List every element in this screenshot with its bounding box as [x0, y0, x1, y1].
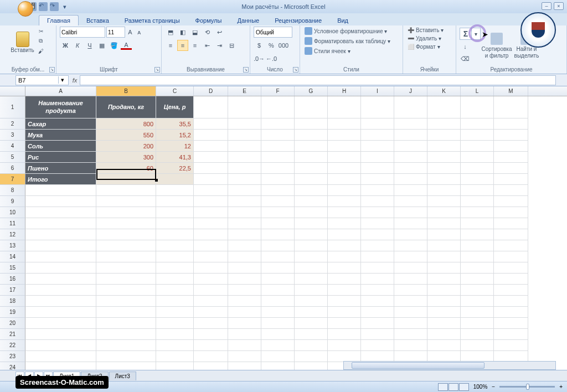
cell[interactable] [156, 185, 194, 196]
font-color-button[interactable]: A [121, 40, 132, 51]
cell[interactable] [427, 307, 461, 318]
cell[interactable] [25, 285, 96, 296]
cell[interactable] [427, 274, 461, 285]
cell[interactable] [194, 152, 228, 163]
borders-button[interactable]: ▦ [96, 40, 107, 51]
cell[interactable] [156, 174, 194, 185]
cell[interactable] [394, 163, 427, 174]
row-header[interactable]: 11 [0, 218, 25, 229]
cell[interactable]: Сахар [25, 118, 96, 130]
cell[interactable] [228, 196, 261, 207]
cell[interactable] [461, 329, 494, 340]
cell[interactable] [328, 196, 361, 207]
cell[interactable] [261, 285, 295, 296]
row-header[interactable]: 2 [0, 118, 25, 130]
cell[interactable]: Соль [25, 141, 96, 152]
cell[interactable] [461, 285, 494, 296]
currency-button[interactable]: $ [254, 40, 265, 51]
sort-filter-button[interactable]: Сортировка и фильтр [483, 33, 511, 59]
page-break-view-button[interactable] [459, 383, 469, 391]
cell[interactable] [261, 163, 295, 174]
cell[interactable] [427, 262, 461, 274]
cell[interactable] [361, 351, 394, 362]
col-header-J[interactable]: J [394, 86, 427, 96]
format-painter-button[interactable]: 🖌 [36, 47, 46, 55]
cell[interactable] [361, 307, 394, 318]
cell[interactable]: Пшено [25, 163, 96, 174]
cell[interactable] [361, 285, 394, 296]
cell[interactable] [228, 229, 261, 240]
row-header[interactable]: 6 [0, 163, 25, 174]
cell[interactable] [295, 296, 328, 307]
cell[interactable] [295, 152, 328, 163]
select-all-button[interactable] [0, 86, 25, 96]
cell[interactable]: 15,2 [156, 130, 194, 141]
cell[interactable] [295, 185, 328, 196]
fx-icon[interactable]: fx [70, 77, 80, 84]
cell[interactable] [25, 218, 96, 229]
cell[interactable] [494, 152, 528, 163]
cell[interactable] [394, 118, 427, 130]
cell[interactable] [427, 285, 461, 296]
cell[interactable] [361, 196, 394, 207]
tab-insert[interactable]: Вставка [79, 16, 117, 25]
name-box[interactable]: B7 ▾ [16, 75, 69, 85]
cell[interactable]: 800 [96, 118, 156, 130]
cell[interactable] [394, 240, 427, 251]
orientation-button[interactable]: ⟲ [202, 27, 213, 38]
cell[interactable] [394, 329, 427, 340]
cell[interactable] [228, 262, 261, 274]
cell[interactable] [394, 96, 427, 118]
cell[interactable] [96, 340, 156, 351]
cell[interactable] [427, 329, 461, 340]
cell[interactable] [96, 174, 156, 185]
cell[interactable] [228, 96, 261, 118]
cell[interactable] [96, 185, 156, 196]
cell[interactable] [96, 196, 156, 207]
cell[interactable] [461, 163, 494, 174]
cell[interactable] [25, 351, 96, 362]
cell[interactable]: 200 [96, 141, 156, 152]
cell[interactable]: 300 [96, 152, 156, 163]
cell[interactable] [96, 351, 156, 362]
cell[interactable] [494, 130, 528, 141]
cell[interactable] [261, 96, 295, 118]
align-bottom-button[interactable]: ⬓ [189, 27, 200, 38]
cell[interactable] [96, 262, 156, 274]
cell[interactable] [25, 329, 96, 340]
cell[interactable] [427, 351, 461, 362]
cell[interactable] [328, 340, 361, 351]
cell[interactable] [361, 218, 394, 229]
cell[interactable] [394, 251, 427, 262]
cell[interactable] [228, 152, 261, 163]
cell[interactable] [394, 218, 427, 229]
col-header-D[interactable]: D [194, 86, 228, 96]
cell[interactable] [427, 174, 461, 185]
insert-cells-button[interactable]: ➕ Вставить ▾ [406, 27, 445, 34]
cell[interactable] [156, 340, 194, 351]
cell[interactable]: 12 [156, 141, 194, 152]
row-header[interactable]: 15 [0, 262, 25, 274]
cell[interactable] [494, 118, 528, 130]
merge-button[interactable]: ⊟ [226, 40, 237, 51]
name-box-dropdown-icon[interactable]: ▾ [58, 76, 66, 84]
cell[interactable] [25, 262, 96, 274]
cell[interactable] [361, 207, 394, 218]
cell[interactable] [295, 240, 328, 251]
cell[interactable] [25, 185, 96, 196]
cell[interactable] [96, 329, 156, 340]
cell[interactable] [295, 329, 328, 340]
cell[interactable] [295, 262, 328, 274]
cell[interactable] [394, 307, 427, 318]
cell-styles-button[interactable]: Стили ячеек ▾ [303, 47, 352, 55]
fill-button[interactable]: ↓ [460, 41, 471, 52]
row-header[interactable]: 21 [0, 329, 25, 340]
align-left-button[interactable]: ≡ [165, 40, 176, 51]
align-center-button[interactable]: ≡ [177, 40, 188, 51]
cell[interactable] [361, 96, 394, 118]
cell[interactable] [427, 196, 461, 207]
cell[interactable] [156, 318, 194, 329]
cell[interactable] [25, 274, 96, 285]
row-header[interactable]: 22 [0, 340, 25, 351]
cell[interactable] [96, 218, 156, 229]
